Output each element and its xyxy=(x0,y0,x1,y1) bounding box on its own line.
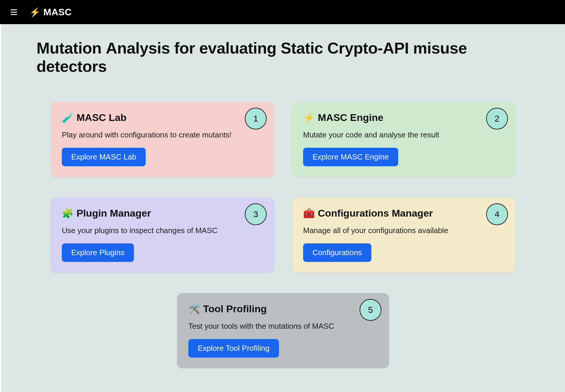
explore-masc-engine-button[interactable]: Explore MASC Engine xyxy=(303,148,398,166)
card-tool-profiling: 5 🛠️ Tool Profiling Test your tools with… xyxy=(177,293,389,368)
test-tube-icon: 🧪 xyxy=(62,112,74,123)
brand-name: MASC xyxy=(44,7,72,18)
card-title: 🛠️ Tool Profiling xyxy=(188,303,378,315)
menu-button[interactable] xyxy=(11,8,19,16)
bolt-icon: ⚡ xyxy=(29,7,41,17)
brand[interactable]: ⚡ MASC xyxy=(29,7,72,18)
toolbox-icon: 🧰 xyxy=(303,208,315,219)
card-title-text: MASC Lab xyxy=(77,112,127,123)
card-title-text: Configurations Manager xyxy=(318,207,433,219)
card-grid: 1 🧪 MASC Lab Play around with configurat… xyxy=(48,102,519,368)
top-bar: ⚡ MASC xyxy=(0,0,565,24)
step-badge: 1 xyxy=(245,108,267,129)
explore-masc-lab-button[interactable]: Explore MASC Lab xyxy=(62,148,146,166)
card-description: Test your tools with the mutations of MA… xyxy=(188,321,378,331)
card-title-text: Tool Profiling xyxy=(203,303,267,315)
card-description: Use your plugins to inspect changes of M… xyxy=(62,225,263,236)
step-badge: 3 xyxy=(245,203,267,225)
explore-plugins-button[interactable]: Explore Plugins xyxy=(62,243,134,262)
card-plugin-manager: 3 🧩 Plugin Manager Use your plugins to i… xyxy=(51,197,274,273)
card-description: Play around with configurations to creat… xyxy=(62,130,263,140)
bolt-icon: ⚡ xyxy=(303,112,315,123)
step-badge: 2 xyxy=(486,108,508,129)
card-masc-engine: 2 ⚡ MASC Engine Mutate your code and ana… xyxy=(292,102,516,177)
tools-icon: 🛠️ xyxy=(188,303,200,315)
card-title-text: MASC Engine xyxy=(318,112,383,123)
page-body: Mutation Analysis for evaluating Static … xyxy=(1,24,565,392)
card-title: 🧪 MASC Lab xyxy=(62,112,263,123)
step-badge: 5 xyxy=(360,299,381,321)
page-title: Mutation Analysis for evaluating Static … xyxy=(28,39,539,75)
configurations-button[interactable]: Configurations xyxy=(303,243,371,262)
explore-tool-profiling-button[interactable]: Explore Tool Profiling xyxy=(188,339,279,358)
card-title-text: Plugin Manager xyxy=(77,207,151,219)
card-masc-lab: 1 🧪 MASC Lab Play around with configurat… xyxy=(51,102,274,177)
step-badge: 4 xyxy=(486,203,508,225)
card-description: Mutate your code and analyse the result xyxy=(303,130,504,140)
card-configurations-manager: 4 🧰 Configurations Manager Manage all of… xyxy=(292,197,516,273)
card-description: Manage all of your configurations availa… xyxy=(303,225,504,236)
card-title: 🧰 Configurations Manager xyxy=(303,207,504,219)
card-title: ⚡ MASC Engine xyxy=(303,112,504,123)
card-title: 🧩 Plugin Manager xyxy=(62,207,263,219)
puzzle-icon: 🧩 xyxy=(62,208,74,219)
